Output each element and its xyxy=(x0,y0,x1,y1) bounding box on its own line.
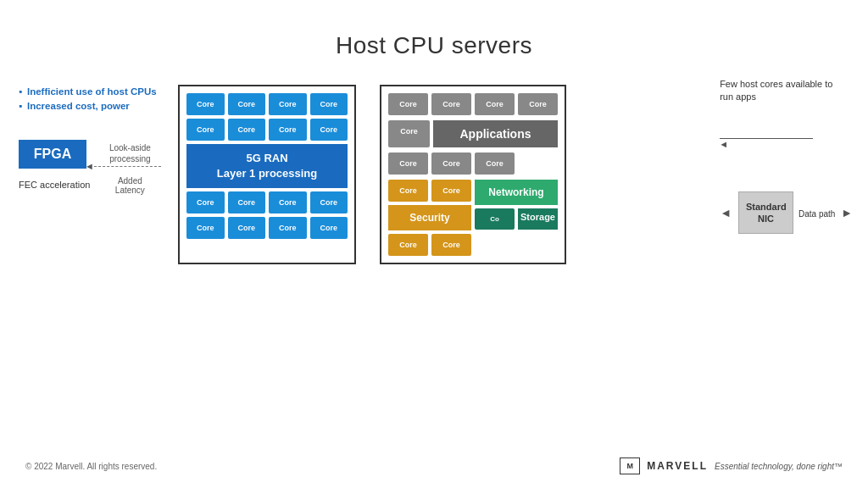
ran-cell: Core xyxy=(269,93,307,115)
host-cpu-box: Core Core Core Core Core Applications Co… xyxy=(380,85,566,264)
storage-label: Storage xyxy=(518,208,558,230)
footer: © 2022 Marvell. All rights reserved. M M… xyxy=(0,458,868,474)
host-cell: Core xyxy=(388,120,430,147)
tagline: Essential technology, done right™ xyxy=(715,462,843,471)
annotation-line: ◄ xyxy=(720,138,813,149)
ran-cell: Core xyxy=(228,119,266,141)
dashed-arrow: ◄ xyxy=(85,161,161,171)
ran-cell: Core xyxy=(186,119,225,141)
host-top-section: Core Core Core Core xyxy=(388,93,558,115)
ran-cell: Core xyxy=(186,217,225,239)
ran-cell: Core xyxy=(228,93,266,115)
ran-cell: Core xyxy=(310,191,348,214)
ran-cell: Core xyxy=(186,191,225,214)
ran-grid: Core Core Core Core Core Core Core Core … xyxy=(186,93,348,239)
nic-section: ◄ Standard NIC Data path ► xyxy=(720,191,853,235)
security-label: Security xyxy=(388,205,471,230)
left-arrow-icon: ◄ xyxy=(720,206,732,219)
annotation-arrow-container: ◄ xyxy=(720,138,853,149)
marvell-logo: M MARVELL Essential technology, done rig… xyxy=(620,458,843,474)
ran-cell: Core xyxy=(269,119,307,141)
networking-label: Networking xyxy=(475,180,558,205)
right-side: Few host cores available to run apps ◄ ◄… xyxy=(720,78,853,234)
nic-box: Standard NIC xyxy=(738,191,793,235)
ran-cell: Core xyxy=(228,191,266,214)
host-cell-stor: Co xyxy=(475,208,515,230)
host-cell-yellow: Core xyxy=(388,180,428,202)
host-cell: Core xyxy=(388,152,428,175)
ran-cell: Core xyxy=(186,93,225,115)
boxes-row: Core Core Core Core Core Core Core Core … xyxy=(178,85,566,264)
diagram-wrapper: Inefficient use of host CPUs Increased c… xyxy=(0,68,868,454)
ran-cell: Core xyxy=(310,119,348,141)
copyright: © 2022 Marvell. All rights reserved. xyxy=(25,462,157,471)
bullet-annotations: Inefficient use of host CPUs Increased c… xyxy=(19,85,157,114)
ran-cell: Core xyxy=(310,217,348,239)
host-cell-yellow: Core xyxy=(431,234,471,256)
bullet-1: Inefficient use of host CPUs xyxy=(19,85,157,99)
applications-label: Applications xyxy=(433,120,558,147)
data-path-label: Data path ► xyxy=(798,206,853,219)
ran-cell: Core xyxy=(269,191,307,214)
host-security-section: Core Core Security Core Core xyxy=(388,180,471,256)
left-side: Inefficient use of host CPUs Increased c… xyxy=(19,85,157,190)
host-cell: Core xyxy=(475,93,515,115)
host-cell: Core xyxy=(388,93,428,115)
ran-cpu-box: Core Core Core Core Core Core Core Core … xyxy=(178,85,356,264)
marvell-name: MARVELL xyxy=(647,460,708,472)
page-title: Host CPU servers xyxy=(0,0,868,59)
host-layout: Core Core Core Core Core Applications Co… xyxy=(388,93,558,256)
host-mid-row: Core Core Core xyxy=(388,152,558,175)
host-cell: Core xyxy=(431,93,471,115)
few-cores-label: Few host cores available to run apps xyxy=(720,78,838,104)
host-cell-empty xyxy=(518,152,558,175)
ran-cell: Core xyxy=(310,93,348,115)
host-cell: Core xyxy=(475,152,515,175)
fpga-box: FPGA xyxy=(19,140,86,169)
host-app-row: Core Applications xyxy=(388,120,558,147)
host-cell-yellow: Core xyxy=(431,180,471,202)
ran-cell: Core xyxy=(269,217,307,239)
host-cell: Core xyxy=(431,152,471,175)
marvell-icon: M xyxy=(620,458,640,474)
host-cell: Core xyxy=(518,93,558,115)
ran-cell: Core xyxy=(228,217,266,239)
bullet-2: Increased cost, power xyxy=(19,99,157,114)
added-latency-label: Added Latency xyxy=(103,176,157,195)
host-lower-section: Core Core Security Core Core Networking xyxy=(388,180,558,256)
host-networking-storage-section: Networking Co Storage xyxy=(475,180,558,256)
host-cell-yellow: Core xyxy=(388,234,428,256)
ran-center-label: 5G RAN Layer 1 processing xyxy=(186,144,348,188)
